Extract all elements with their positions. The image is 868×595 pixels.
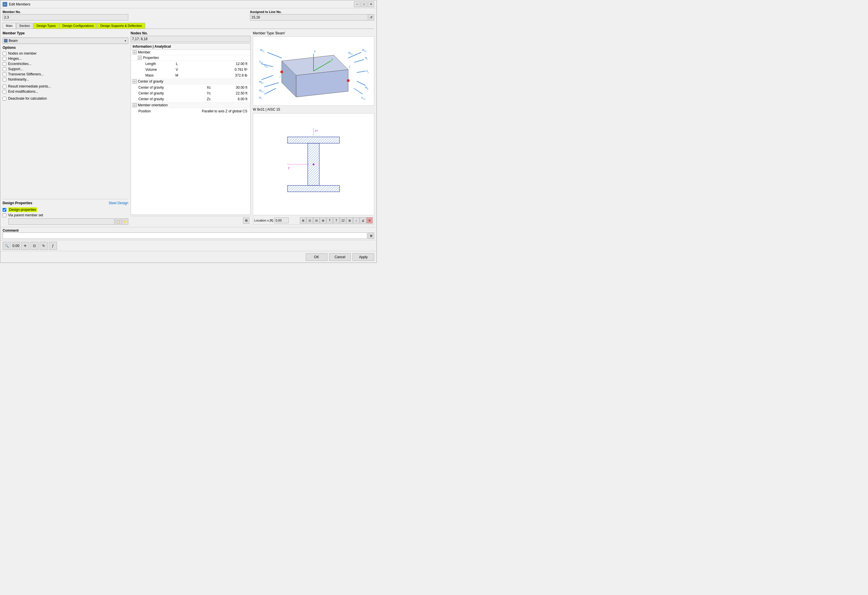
svg-text:Ni: Ni bbox=[259, 96, 262, 100]
rotate-button[interactable]: ↻ bbox=[40, 242, 48, 250]
svg-point-6 bbox=[347, 79, 350, 82]
search-button[interactable]: 🔍 bbox=[3, 242, 11, 250]
tab-design-configurations[interactable]: Design Configurations bbox=[59, 23, 97, 29]
info-header: Information | Analytical bbox=[131, 44, 250, 50]
svg-line-18 bbox=[264, 82, 279, 87]
tab-design-supports[interactable]: Design Supports & Deflection bbox=[97, 23, 145, 29]
option-result-checkbox[interactable] bbox=[3, 85, 6, 88]
assigned-action-button[interactable]: ↺ bbox=[368, 14, 374, 21]
option-hinges: Hinges... bbox=[3, 56, 128, 61]
snap-button[interactable]: 0.00 bbox=[12, 242, 20, 250]
loc-btn-9[interactable]: ↕ bbox=[353, 217, 359, 224]
comment-input[interactable] bbox=[3, 233, 367, 239]
table-row: Center of gravity Xc 30.00 ft bbox=[131, 85, 249, 90]
options-section: Options Nodes on member Hinges... Eccent… bbox=[3, 46, 128, 101]
orientation-expand[interactable]: − bbox=[133, 103, 137, 107]
option-nonlinearity-checkbox[interactable] bbox=[3, 78, 6, 81]
svg-text:Nj: Nj bbox=[365, 56, 368, 60]
option-nonlinearity-label: Nonlinearity... bbox=[8, 77, 29, 81]
option-support-checkbox[interactable] bbox=[3, 67, 6, 71]
member-type-dropdown[interactable]: Beam ▼ bbox=[3, 38, 128, 44]
loc-btn-6[interactable]: T bbox=[333, 217, 340, 224]
loc-btn-5[interactable]: T bbox=[326, 217, 333, 224]
properties-expand[interactable]: − bbox=[138, 56, 142, 60]
volume-val: 0.761 ft³ bbox=[182, 67, 249, 72]
table-row: Position Parallel to axis Z of global CS bbox=[131, 109, 249, 114]
loc-btn-8[interactable]: ⊞ bbox=[347, 217, 353, 224]
position-sym bbox=[165, 109, 173, 114]
orientation-tree-row: − Member orientation bbox=[131, 102, 250, 108]
option-transverse-checkbox[interactable] bbox=[3, 72, 6, 76]
titlebar-controls: ─ □ ✕ bbox=[354, 1, 374, 7]
option-hinges-label: Hinges... bbox=[8, 57, 22, 60]
loc-btn-1[interactable]: ⊞ bbox=[300, 217, 306, 224]
grav-yc-val: 22.50 ft bbox=[218, 91, 249, 96]
maximize-button[interactable]: □ bbox=[361, 1, 367, 7]
option-nodes-checkbox[interactable] bbox=[3, 52, 6, 56]
parent-input[interactable] bbox=[8, 218, 114, 225]
tab-design-types[interactable]: Design Types bbox=[34, 23, 59, 29]
member-type-section: Member Type Beam ▼ bbox=[3, 31, 128, 44]
option-result-points: Result intermediate points... bbox=[3, 84, 128, 89]
parent-btn-2[interactable]: 📁 bbox=[122, 218, 128, 225]
loc-btn-2[interactable]: ⊡ bbox=[307, 217, 313, 224]
option-deactivate-label: Deactivate for calculation bbox=[8, 96, 47, 100]
table-row: Mass M 372.8 lb bbox=[131, 73, 249, 78]
ok-button[interactable]: OK bbox=[306, 253, 328, 261]
gravity-expand[interactable]: − bbox=[133, 80, 137, 84]
apply-button[interactable]: Apply bbox=[353, 253, 374, 261]
loc-btn-3[interactable]: ⊟ bbox=[313, 217, 320, 224]
mass-sym: M bbox=[173, 73, 181, 78]
nodes-section: Nodes No. bbox=[131, 31, 251, 42]
location-label: Location x [ft] bbox=[254, 219, 273, 222]
svg-text:Mz,j: Mz,j bbox=[348, 52, 353, 55]
window-icon: ✏ bbox=[3, 2, 7, 7]
option-hinges-checkbox[interactable] bbox=[3, 57, 6, 60]
table-row: Center of gravity Zc 6.00 ft bbox=[131, 96, 249, 102]
svg-text:Vz,j: Vz,j bbox=[361, 96, 365, 100]
loc-btn-11[interactable]: ✕ bbox=[366, 217, 373, 224]
table-settings-button[interactable]: ⊞ bbox=[243, 218, 249, 224]
middle-panel: Nodes No. Information | Analytical − Mem… bbox=[131, 31, 251, 225]
nodes-label: Nodes No. bbox=[131, 31, 251, 35]
nodes-input[interactable] bbox=[131, 36, 251, 42]
move-button[interactable]: ✛ bbox=[21, 242, 29, 250]
svg-text:My,j: My,j bbox=[365, 86, 368, 90]
gravity-tree-row: − Center of gravity bbox=[131, 78, 250, 84]
close-button[interactable]: ✕ bbox=[368, 1, 374, 7]
assigned-input[interactable] bbox=[250, 14, 368, 21]
svg-text:i: i bbox=[280, 75, 280, 78]
main-panel: Member Type Beam ▼ Options Nodes on memb… bbox=[0, 29, 376, 227]
loc-btn-7[interactable]: 12 bbox=[340, 217, 346, 224]
cancel-button[interactable]: Cancel bbox=[329, 253, 351, 261]
steel-design-link[interactable]: Steel Design bbox=[109, 201, 128, 205]
info-section: Information | Analytical − Member − Prop… bbox=[131, 43, 251, 215]
svg-line-26 bbox=[357, 71, 366, 72]
select-button[interactable]: ⊡ bbox=[30, 242, 38, 250]
member-expand[interactable]: − bbox=[133, 50, 137, 54]
grav-xc-sym: Xc bbox=[200, 85, 217, 90]
tab-section[interactable]: Section bbox=[16, 23, 33, 29]
option-eccentricities-checkbox[interactable] bbox=[3, 62, 6, 66]
comment-action-btn[interactable]: ⊞ bbox=[368, 233, 374, 239]
option-nonlinearity: Nonlinearity... bbox=[3, 77, 128, 82]
option-nodes-on-member: Nodes on member bbox=[3, 51, 128, 56]
loc-btn-10[interactable]: 🖨 bbox=[360, 217, 366, 224]
option-end-checkbox[interactable] bbox=[3, 90, 6, 94]
via-parent-checkbox[interactable] bbox=[3, 214, 6, 217]
minimize-button[interactable]: ─ bbox=[354, 1, 360, 7]
tab-main[interactable]: Main bbox=[3, 23, 16, 29]
location-input[interactable] bbox=[274, 218, 289, 223]
option-deactivate-checkbox[interactable] bbox=[3, 97, 6, 100]
svg-text:Mx,j: Mx,j bbox=[362, 49, 366, 52]
loc-btn-4[interactable]: ⊞ bbox=[320, 217, 326, 224]
design-props-checkbox[interactable] bbox=[3, 208, 6, 212]
svg-line-20 bbox=[264, 88, 276, 94]
svg-line-12 bbox=[267, 52, 282, 58]
length-val: 12.00 ft bbox=[182, 61, 249, 66]
member-no-input[interactable] bbox=[3, 14, 128, 21]
svg-text:Mz,i: Mz,i bbox=[260, 49, 264, 52]
parent-btn-1[interactable]: 📋 bbox=[115, 218, 121, 225]
formula-button[interactable]: ƒ bbox=[49, 242, 57, 250]
svg-text:Vy,i: Vy,i bbox=[259, 60, 263, 64]
